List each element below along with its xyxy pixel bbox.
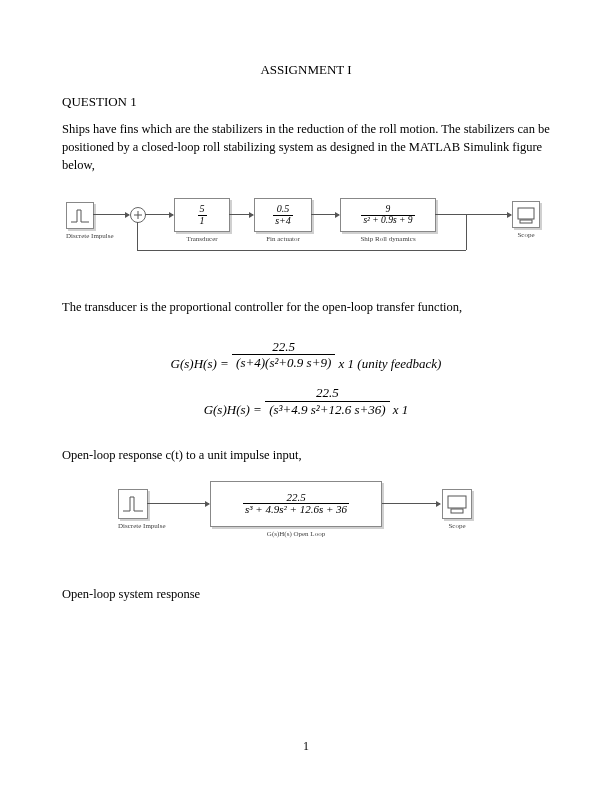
intro-paragraph: Ships have fins which are the stabilizer…	[62, 120, 550, 174]
transducer-den: 1	[198, 216, 207, 227]
question-heading: QUESTION 1	[62, 94, 550, 110]
open-loop-response-text: Open-loop response c(t) to a unit impuls…	[62, 448, 550, 463]
eq1-lhs: G(s)H(s) =	[171, 355, 229, 370]
svg-rect-2	[518, 208, 534, 219]
ship-label: Ship Roll dynamics	[340, 235, 436, 243]
ship-den: s² + 0.9s + 9	[361, 216, 414, 226]
scope-icon	[445, 493, 469, 515]
svg-rect-4	[448, 496, 466, 508]
svg-rect-5	[451, 509, 463, 513]
eq2-num: 22.5	[265, 385, 389, 402]
tf-den: s³ + 4.9s² + 12.6s + 36	[243, 504, 349, 516]
eq2-den: (s³+4.9 s²+12.6 s+36)	[265, 402, 389, 418]
svg-rect-3	[520, 220, 532, 223]
eq1-suffix: x 1 (unity feedback)	[339, 355, 442, 370]
tf-label: G(s)H(s) Open Loop	[210, 530, 382, 538]
simulink-diagram-open-loop: Discrete Impulse 22.5 s³ + 4.9s² + 12.6s…	[118, 479, 498, 557]
eq2-lhs: G(s)H(s) =	[204, 402, 262, 417]
open-loop-system-text: Open-loop system response	[62, 585, 550, 603]
equation-block: G(s)H(s) = 22.5 (s+4)(s²+0.9 s+9) x 1 (u…	[62, 335, 550, 422]
impulse-icon	[69, 206, 91, 226]
scope-label: Scope	[512, 231, 540, 239]
simulink-diagram-closed-loop: Discrete Impulse 5 1 Transducer 0.5 s+4	[66, 194, 546, 264]
page-title: ASSIGNMENT I	[62, 62, 550, 78]
actuator-label: Fin actuator	[254, 235, 312, 243]
impulse-icon	[121, 493, 145, 515]
scope-icon	[515, 205, 537, 225]
transducer-label: Transducer	[174, 235, 230, 243]
eq1-den: (s+4)(s²+0.9 s+9)	[232, 355, 335, 371]
summing-junction	[130, 207, 146, 223]
eq1-num: 22.5	[232, 339, 335, 356]
scope-label-2: Scope	[442, 522, 472, 530]
page-number: 1	[0, 739, 612, 754]
actuator-den: s+4	[273, 216, 293, 227]
transducer-paragraph: The transducer is the proportional contr…	[62, 298, 550, 316]
impulse-label: Discrete Impulse	[66, 232, 114, 240]
impulse-label-2: Discrete Impulse	[118, 522, 166, 530]
eq2-suffix: x 1	[393, 402, 409, 417]
